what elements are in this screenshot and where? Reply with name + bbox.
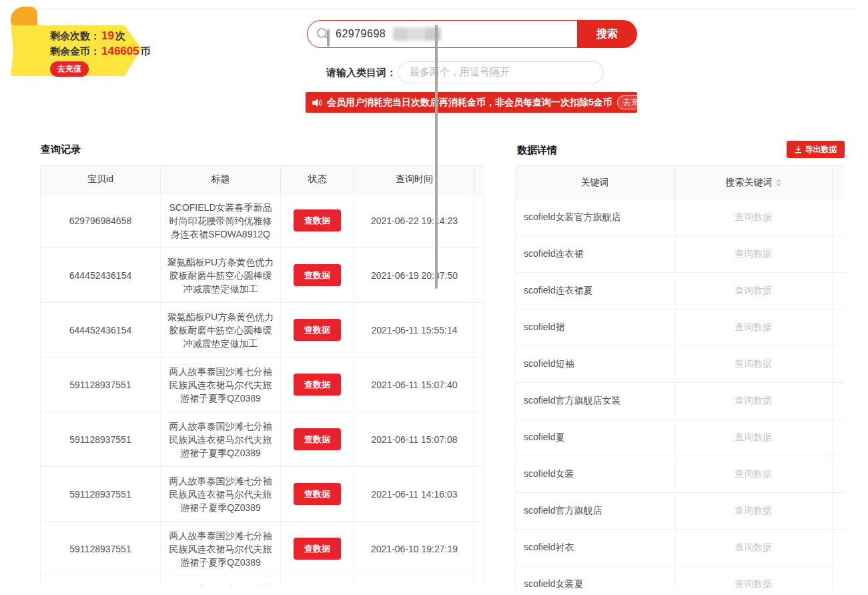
keyword-row: scofield连衣裙查询数据 xyxy=(516,236,845,273)
query-data-link[interactable]: 查询数据 xyxy=(735,285,772,297)
check-data-button[interactable]: 查数据 xyxy=(294,538,341,560)
query-time-cell: 2021-06-11 14:16:03 xyxy=(354,467,475,521)
data-details-title: 数据详情 xyxy=(517,144,557,157)
keyword-cell: scofield女装夏 xyxy=(516,566,675,588)
query-records-scrollbar[interactable] xyxy=(435,25,438,289)
column-header-title: 标题 xyxy=(161,166,281,193)
speaker-icon xyxy=(312,98,322,107)
header-scrollbar-gutter xyxy=(475,166,483,193)
keyword-cell: scofield夏 xyxy=(516,420,675,456)
query-time-cell: 2021-06-11 15:55:14 xyxy=(354,303,475,357)
keyword-row: scofield官方旗舰店女装查询数据 xyxy=(516,383,845,420)
keyword-row: scofield女装夏查询数据 xyxy=(516,566,845,588)
item-id-cell: 591128937551 xyxy=(41,358,161,412)
keyword-cell: scofield连衣裙夏 xyxy=(516,273,675,309)
column-header-query-time: 查询时间 xyxy=(354,166,475,193)
search-button[interactable]: 搜索 xyxy=(577,20,637,48)
column-header-search-keyword[interactable]: 搜索关键词 xyxy=(675,166,833,199)
quota-ribbon: 剩余次数：19次 剩余金币：146605币 去充值 xyxy=(9,4,142,77)
search-keyword-cell: 查询数据 xyxy=(675,310,833,346)
query-data-link[interactable]: 查询数据 xyxy=(735,211,772,223)
check-data-button[interactable]: 查数据 xyxy=(294,374,341,396)
item-id-cell: 644452436154 xyxy=(41,248,161,302)
keyword-cell: scofield裙 xyxy=(516,310,675,346)
notice-text: 会员用户消耗完当日次数后再消耗金币，非会员每查询一次扣除5金币 xyxy=(327,97,612,109)
item-id-cell: 644452436154 xyxy=(41,303,161,357)
data-details-header: 关键词 搜索关键词 xyxy=(516,165,845,199)
query-records-header: 宝贝id 标题 状态 查询时间 xyxy=(41,165,483,193)
query-data-link[interactable]: 查询数据 xyxy=(735,468,772,480)
column-header-item-id: 宝贝id xyxy=(41,166,161,193)
column-header-keyword: 关键词 xyxy=(516,166,675,199)
keyword-row: scofield裙查询数据 xyxy=(516,310,845,346)
query-record-row: 644452436154聚氨酯板PU方条黄色优力胶板耐磨牛筋空心圆棒缓冲减震垫定… xyxy=(41,303,483,358)
keyword-row: scofield短袖查询数据 xyxy=(516,346,845,383)
search-keyword-cell: 查询数据 xyxy=(675,383,833,419)
data-details-scrollbar[interactable] xyxy=(327,29,330,47)
query-data-link[interactable]: 查询数据 xyxy=(735,322,772,334)
column-header-status: 状态 xyxy=(281,166,354,193)
search-keyword-cell: 查询数据 xyxy=(675,346,833,382)
remaining-times-unit: 次 xyxy=(115,30,125,41)
sort-icon[interactable] xyxy=(776,179,781,187)
query-data-link[interactable]: 查询数据 xyxy=(735,578,772,588)
item-title-cell: 聚氨酯板PU方条黄色优力胶板耐磨牛筋空心圆棒缓冲减震垫定做加工 xyxy=(161,248,281,302)
keyword-cell: scofield衬衣 xyxy=(516,530,675,566)
recharge-button[interactable]: 去充值 xyxy=(50,61,89,77)
query-data-link[interactable]: 查询数据 xyxy=(735,505,772,517)
remaining-coins-value: 146605 xyxy=(100,45,141,57)
item-title-cell: 两人故事泰国沙滩七分袖民族风连衣裙马尔代夫旅游裙子夏季QZ0389 xyxy=(161,412,281,466)
search-bar: 62979698 搜索 xyxy=(307,20,637,48)
keyword-row: scofield女装查询数据 xyxy=(516,456,845,493)
search-keyword-cell: 查询数据 xyxy=(675,456,833,492)
header-scrollbar-gutter xyxy=(833,166,845,199)
query-record-row: 629796984658SCOFIELD女装春季新品时尚印花腰带简约优雅修身连衣… xyxy=(41,193,483,248)
query-record-row: 两人故事泰国沙滩七分袖民 xyxy=(41,576,483,586)
query-time-cell: 2021-06-22 19:14:23 xyxy=(354,193,475,247)
query-time-cell: 2021-06-10 19:27:19 xyxy=(354,522,475,576)
check-data-button[interactable]: 查数据 xyxy=(294,428,341,450)
export-data-button[interactable]: 导出数据 xyxy=(787,141,845,158)
data-details-table: 关键词 搜索关键词 scofield女装官方旗舰店查询数据scofield连衣裙… xyxy=(515,165,845,588)
remaining-coins-line: 剩余金币：146605币 xyxy=(50,43,151,59)
query-time-cell xyxy=(354,576,475,586)
item-title-cell: 两人故事泰国沙滩七分袖民族风连衣裙马尔代夫旅游裙子夏季QZ0389 xyxy=(161,358,281,412)
query-data-link[interactable]: 查询数据 xyxy=(735,248,772,260)
keyword-cell: scofield官方旗舰店 xyxy=(516,493,675,529)
item-title-cell: 两人故事泰国沙滩七分袖民族风连衣裙马尔代夫旅游裙子夏季QZ0389 xyxy=(161,467,281,521)
query-data-link[interactable]: 查询数据 xyxy=(735,358,772,370)
keyword-cell: scofield官方旗舰店女装 xyxy=(516,383,675,419)
query-records-table: 宝贝id 标题 状态 查询时间 629796984658SCOFIELD女装春季… xyxy=(40,165,484,586)
keyword-row: scofield连衣裙夏查询数据 xyxy=(516,273,845,310)
check-data-button[interactable]: 查数据 xyxy=(294,209,341,231)
keyword-row: scofield衬衣查询数据 xyxy=(516,530,845,566)
keyword-row: scofield女装官方旗舰店查询数据 xyxy=(516,199,845,236)
remaining-times-value: 19 xyxy=(100,29,115,42)
query-data-link[interactable]: 查询数据 xyxy=(735,542,772,554)
category-input[interactable]: 最多两个，用逗号隔开 xyxy=(398,61,604,83)
item-title-cell: 两人故事泰国沙滩七分袖民 xyxy=(161,576,281,586)
check-data-button[interactable]: 查数据 xyxy=(294,319,341,341)
query-data-link[interactable]: 查询数据 xyxy=(735,432,772,444)
item-id-cell: 591128937551 xyxy=(41,412,161,466)
search-keyword-cell: 查询数据 xyxy=(675,566,833,588)
export-data-label: 导出数据 xyxy=(805,144,837,155)
item-status-cell: 查数据 xyxy=(281,248,354,302)
query-record-row: 591128937551两人故事泰国沙滩七分袖民族风连衣裙马尔代夫旅游裙子夏季Q… xyxy=(41,522,483,576)
category-placeholder: 最多两个，用逗号隔开 xyxy=(410,66,510,79)
query-time-cell: 2021-06-11 15:07:08 xyxy=(354,412,475,466)
check-data-button[interactable]: 查数据 xyxy=(294,483,341,505)
item-id-cell: 629796984658 xyxy=(41,193,161,247)
query-data-link[interactable]: 查询数据 xyxy=(735,395,772,407)
download-icon xyxy=(795,146,802,153)
search-keyword-cell: 查询数据 xyxy=(675,493,833,529)
query-records-body: 629796984658SCOFIELD女装春季新品时尚印花腰带简约优雅修身连衣… xyxy=(41,193,483,586)
keyword-cell: scofield短袖 xyxy=(516,346,675,382)
remaining-coins-unit: 币 xyxy=(141,45,151,57)
item-status-cell: 查数据 xyxy=(281,412,354,466)
check-data-button[interactable]: 查数据 xyxy=(294,264,341,286)
search-input[interactable]: 62979698 xyxy=(307,20,577,48)
item-status-cell: 查数据 xyxy=(281,193,354,247)
notice-recharge-button[interactable]: 去充值 xyxy=(617,95,653,109)
keyword-row: scofield夏查询数据 xyxy=(516,420,845,456)
